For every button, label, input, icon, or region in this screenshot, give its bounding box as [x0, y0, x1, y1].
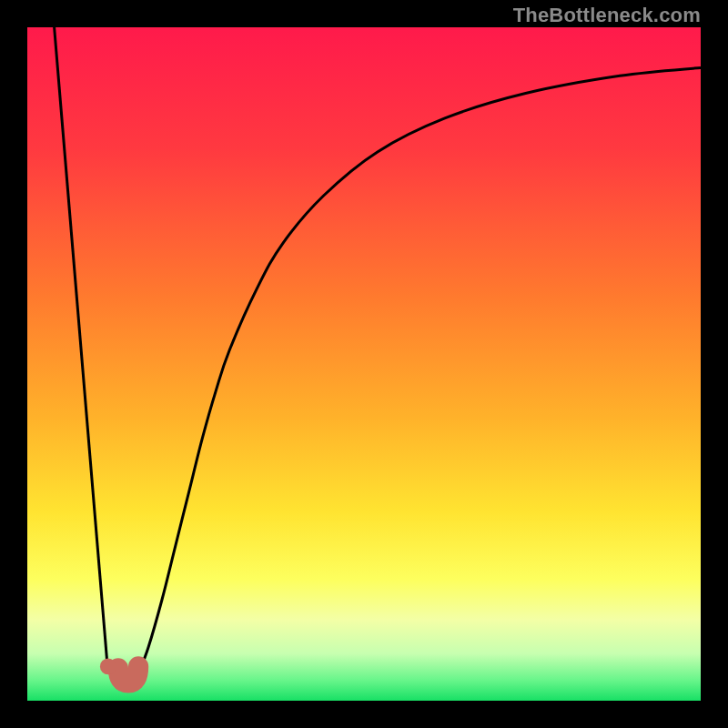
watermark-text: TheBottleneck.com: [513, 4, 701, 27]
chart-frame: TheBottleneck.com: [0, 0, 728, 728]
marker-hook: [118, 666, 138, 682]
curve-layer: [27, 27, 701, 701]
curve-left-branch: [55, 27, 108, 673]
marker-dot: [100, 659, 116, 675]
plot-area: [27, 27, 701, 701]
curve-right-branch: [138, 67, 701, 673]
